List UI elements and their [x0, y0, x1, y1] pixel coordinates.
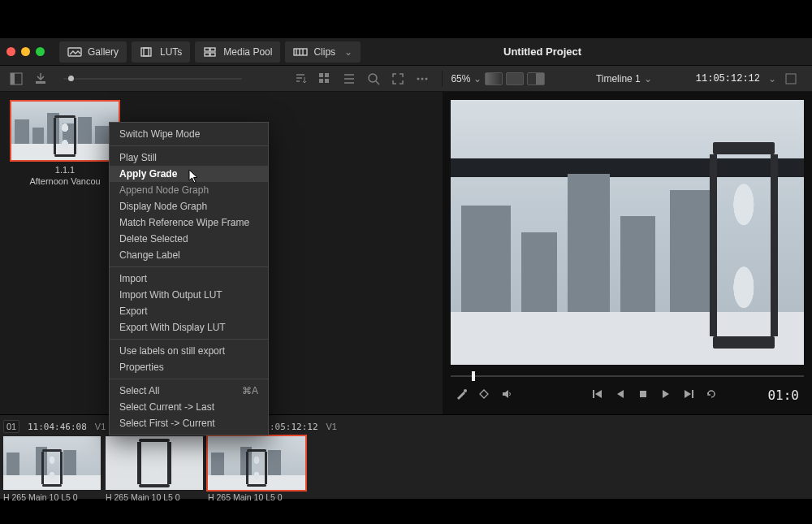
title-bar: Gallery LUTs Media Pool Clips ⌄ Untitled…: [0, 38, 812, 66]
clip-thumbnail[interactable]: [106, 436, 203, 490]
sort-icon[interactable]: [291, 69, 310, 89]
luts-icon: [140, 46, 154, 58]
chevron-down-icon[interactable]: ⌄: [768, 73, 776, 84]
chevron-down-icon: ⌄: [644, 73, 652, 84]
luts-tab[interactable]: LUTs: [132, 41, 190, 63]
svg-rect-4: [210, 48, 215, 51]
display-mode-b-button[interactable]: [506, 72, 524, 85]
clips-tab[interactable]: Clips ⌄: [285, 41, 361, 63]
still-thumbnail[interactable]: 1.1.1 Afternoon Vancou: [10, 100, 120, 188]
settings-icon[interactable]: [781, 69, 801, 89]
menu-export-display-lut[interactable]: Export With Display LUT: [110, 319, 268, 336]
window-controls[interactable]: [6, 47, 45, 56]
menu-play-still[interactable]: Play Still: [110, 149, 268, 166]
transport-controls: 01:0: [451, 381, 804, 409]
menu-import[interactable]: Import: [110, 271, 268, 287]
svg-rect-6: [210, 53, 215, 56]
display-mode-a-button[interactable]: [485, 72, 503, 85]
mouse-cursor-icon: [188, 169, 200, 186]
tool-bar: 65%⌄ Timeline 1⌄ 11:05:12:12 ⌄: [0, 66, 812, 92]
panel-toggle-button[interactable]: [6, 69, 26, 89]
clip-codec-label: H 265 Main 10 L5 0: [208, 492, 305, 502]
chevron-down-icon: ⌄: [473, 73, 482, 84]
import-icon[interactable]: [31, 69, 50, 89]
viewer-timecode: 01:0: [767, 388, 799, 403]
viewer-panel: 01:0: [443, 92, 812, 414]
expand-icon[interactable]: [388, 69, 408, 89]
minimize-window-button[interactable]: [21, 47, 30, 56]
luts-label: LUTs: [160, 46, 182, 58]
prev-clip-button[interactable]: [592, 388, 603, 402]
svg-rect-23: [692, 390, 693, 398]
clip-track: V1: [95, 422, 106, 431]
clips-icon: [293, 46, 308, 58]
timeline-selector[interactable]: Timeline 1⌄: [596, 73, 652, 84]
menu-select-first-current[interactable]: Select First -> Current: [110, 415, 268, 431]
menu-import-output-lut[interactable]: Import With Output LUT: [110, 287, 268, 303]
gallery-tab[interactable]: Gallery: [59, 41, 127, 63]
menu-properties[interactable]: Properties: [110, 359, 268, 375]
play-button[interactable]: [660, 388, 672, 402]
media-pool-label: Media Pool: [223, 46, 272, 58]
svg-rect-12: [325, 73, 329, 77]
mediapool-icon: [203, 46, 218, 58]
gallery-label: Gallery: [88, 46, 119, 58]
svg-rect-22: [640, 391, 646, 397]
list-view-icon[interactable]: [339, 69, 359, 89]
master-timecode[interactable]: 11:05:12:12: [696, 73, 760, 84]
display-mode-c-button[interactable]: [527, 72, 545, 85]
scrub-bar[interactable]: [451, 371, 804, 381]
clip-codec-label: H 265 Main 10 L5 0: [106, 492, 203, 502]
media-pool-tab[interactable]: Media Pool: [195, 41, 280, 63]
viewer-image[interactable]: [451, 100, 804, 365]
svg-rect-1: [141, 48, 151, 56]
gallery-panel: 1.1.1 Afternoon Vancou Switch Wipe Mode …: [0, 92, 443, 414]
svg-rect-2: [144, 48, 149, 56]
clip-number[interactable]: 01: [3, 420, 19, 433]
menu-export[interactable]: Export: [110, 303, 268, 319]
clip-timecode: 11:04:46:08: [28, 422, 87, 432]
viewer-zoom[interactable]: 65%⌄: [451, 73, 482, 84]
more-icon[interactable]: [412, 69, 432, 89]
svg-point-17: [421, 77, 424, 80]
svg-rect-11: [319, 73, 323, 77]
svg-rect-10: [36, 81, 45, 84]
close-window-button[interactable]: [6, 47, 15, 56]
mute-icon[interactable]: [501, 388, 512, 402]
svg-rect-3: [205, 48, 209, 51]
clip-codec-label: H 265 Main 10 L5 0: [3, 492, 101, 502]
clip-thumbnail[interactable]: [208, 436, 305, 490]
svg-point-18: [425, 77, 428, 80]
next-clip-button[interactable]: [683, 388, 694, 402]
menu-delete-selected[interactable]: Delete Selected: [110, 231, 268, 247]
bypass-icon[interactable]: [478, 388, 490, 402]
stop-button[interactable]: [637, 388, 649, 402]
svg-rect-13: [319, 79, 323, 83]
menu-select-all[interactable]: Select All⌘A: [110, 383, 268, 399]
svg-point-20: [464, 389, 467, 392]
menu-switch-wipe[interactable]: Switch Wipe Mode: [110, 126, 268, 142]
color-picker-icon[interactable]: [456, 388, 467, 402]
reverse-play-button[interactable]: [615, 388, 626, 402]
project-title: Untitled Project: [503, 45, 581, 58]
gallery-icon: [67, 46, 82, 58]
loop-button[interactable]: [706, 388, 717, 402]
search-icon[interactable]: [364, 69, 383, 89]
menu-display-node-graph[interactable]: Display Node Graph: [110, 198, 268, 214]
menu-use-labels[interactable]: Use labels on still export: [110, 343, 268, 359]
menu-select-current-last[interactable]: Select Current -> Last: [110, 399, 268, 415]
menu-change-label[interactable]: Change Label: [110, 247, 268, 263]
clips-label: Clips: [313, 46, 335, 58]
menu-match-reference[interactable]: Match Reference Wipe Frame: [110, 214, 268, 231]
clip-thumbnail[interactable]: [3, 436, 101, 490]
svg-rect-21: [593, 390, 594, 398]
svg-point-16: [417, 77, 420, 80]
playhead[interactable]: [472, 371, 475, 381]
clip-track: V1: [326, 422, 337, 431]
zoom-window-button[interactable]: [36, 47, 45, 56]
svg-point-15: [369, 74, 377, 82]
still-id: 1.1.1: [10, 165, 120, 176]
thumbnail-size-slider[interactable]: [63, 78, 242, 80]
grid-view-icon[interactable]: [315, 69, 335, 89]
svg-rect-19: [786, 74, 796, 84]
